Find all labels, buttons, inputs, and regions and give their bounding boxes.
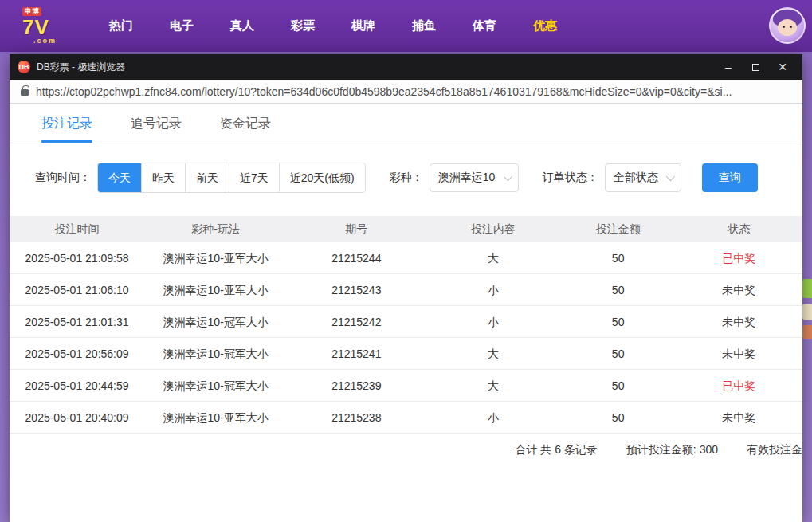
top-navigation: 申博 7V .com 热门 电子 真人 彩票 棋牌 捕鱼 体育 优惠 [0,0,812,52]
nav-item-promo[interactable]: 优惠 [520,10,570,41]
cell-content: 小 [426,402,560,433]
window-title: DB彩票 - 极速浏览器 [37,61,715,74]
status-badge: 已中奖 [676,242,802,273]
table-header-row: 投注时间 彩种-玩法 期号 投注内容 投注金额 状态 [10,216,802,242]
cell-issue: 21215241 [287,338,426,369]
summary-valid-amount: 有效投注金 [747,443,802,457]
status-badge: 未中奖 [676,402,802,433]
cell-game: 澳洲幸运10-冠军大小 [144,370,287,401]
cell-amount: 50 [561,402,676,433]
status-filter-label: 订单状态： [543,171,598,185]
cell-issue: 21215238 [287,402,426,433]
avatar[interactable] [769,7,806,44]
column-header-status: 状态 [676,216,802,242]
filter-bar: 查询时间： 今天 昨天 前天 近7天 近20天(低频) 彩种： 澳洲幸运10 订… [35,163,802,193]
avatar-eye [790,26,792,28]
cell-time: 2025-05-01 21:06:10 [10,274,144,305]
cell-amount: 50 [561,242,676,273]
status-badge: 未中奖 [676,274,802,305]
lottery-select-value: 澳洲幸运10 [438,171,504,185]
cell-content: 大 [426,338,560,369]
nav-item-live[interactable]: 真人 [218,10,267,41]
background-page-fragment [802,279,812,345]
tab-bet-records[interactable]: 投注记录 [41,116,92,143]
column-header-time: 投注时间 [10,216,144,242]
address-bar[interactable]: https://ctop02pchwp1.zfnc84.com/lottery/… [10,80,802,104]
cell-amount: 50 [561,338,676,369]
table-row: 2025-05-01 20:40:09 澳洲幸运10-亚军大小 21215238… [10,402,802,434]
cell-content: 大 [426,242,560,273]
summary-expected-amount: 预计投注金额: 300 [626,443,718,457]
site-logo[interactable]: 申博 7V .com [22,7,73,45]
maximize-icon [752,64,759,71]
browser-window: DB DB彩票 - 极速浏览器 – ✕ https://ctop02pchwp1… [10,54,802,522]
cell-time: 2025-05-01 20:40:09 [10,402,144,433]
status-badge: 未中奖 [676,338,802,369]
avatar-eye [783,26,785,28]
site-logo-domain: .com [33,37,73,45]
status-select-value: 全部状态 [614,171,666,185]
nav-item-slots[interactable]: 电子 [157,10,206,41]
cell-time: 2025-05-01 20:44:59 [10,370,144,401]
status-select[interactable]: 全部状态 [605,163,681,192]
chevron-down-icon [503,172,512,181]
column-header-amount: 投注金额 [561,216,676,242]
cell-content: 小 [426,274,560,305]
lottery-filter-label: 彩种： [390,171,423,185]
window-titlebar[interactable]: DB DB彩票 - 极速浏览器 – ✕ [10,54,802,80]
cell-issue: 21215244 [287,242,426,273]
close-button[interactable]: ✕ [769,56,796,78]
cell-game: 澳洲幸运10-亚军大小 [144,242,287,273]
nav-item-hot[interactable]: 热门 [96,10,146,41]
site-logo-text: 7V [22,17,73,37]
cell-amount: 50 [561,370,676,401]
column-header-content: 投注内容 [426,216,560,242]
time-option-20days[interactable]: 近20天(低频) [279,163,365,192]
cell-issue: 21215239 [287,370,426,401]
table-row: 2025-05-01 20:56:09 澳洲幸运10-冠军大小 21215241… [10,338,802,370]
nav-item-lottery[interactable]: 彩票 [278,10,328,41]
table-row: 2025-05-01 21:06:10 澳洲幸运10-亚军大小 21215243… [10,274,802,306]
time-option-today[interactable]: 今天 [98,163,141,192]
time-option-7days[interactable]: 近7天 [229,163,279,192]
cell-time: 2025-05-01 20:56:09 [10,338,144,369]
tab-chase-records[interactable]: 追号记录 [131,116,182,143]
column-header-issue: 期号 [287,216,426,242]
time-range-group: 今天 昨天 前天 近7天 近20天(低频) [97,163,366,193]
time-option-yesterday[interactable]: 昨天 [141,163,185,192]
summary-total: 合计 共 6 条记录 [515,443,597,457]
page-content: 投注记录 追号记录 资金记录 查询时间： 今天 昨天 前天 近7天 近20天(低… [10,104,802,522]
lottery-select[interactable]: 澳洲幸运10 [430,163,519,192]
avatar-face [778,19,797,36]
maximize-button[interactable] [742,56,769,78]
cell-game: 澳洲幸运10-亚军大小 [144,274,287,305]
status-badge: 未中奖 [676,306,802,337]
table-summary: 合计 共 6 条记录 预计投注金额: 300 有效投注金 [10,434,802,467]
table-row: 2025-05-01 21:09:58 澳洲幸运10-亚军大小 21215244… [10,242,802,274]
status-badge: 已中奖 [676,370,802,401]
tab-fund-records[interactable]: 资金记录 [220,116,271,143]
cell-content: 大 [426,370,560,401]
url-text[interactable]: https://ctop02pchwp1.zfnc84.com/lottery/… [36,85,732,98]
lock-icon [21,89,29,96]
table-row: 2025-05-01 20:44:59 澳洲幸运10-冠军大小 21215239… [10,370,802,402]
cell-amount: 50 [561,274,676,305]
browser-logo-icon: DB [18,61,30,73]
search-button[interactable]: 查询 [702,163,758,192]
minimize-button[interactable]: – [715,56,742,78]
cell-time: 2025-05-01 21:01:31 [10,306,144,337]
column-header-game: 彩种-玩法 [144,216,287,242]
table-row: 2025-05-01 21:01:31 澳洲幸运10-冠军大小 21215242… [10,306,802,338]
nav-item-sports[interactable]: 体育 [460,10,509,41]
main-menu: 热门 电子 真人 彩票 棋牌 捕鱼 体育 优惠 [91,10,575,41]
cell-game: 澳洲幸运10-冠军大小 [144,306,287,337]
cell-issue: 21215243 [287,274,426,305]
time-option-day-before[interactable]: 前天 [185,163,229,192]
cell-game: 澳洲幸运10-亚军大小 [144,402,287,433]
bet-records-table: 投注时间 彩种-玩法 期号 投注内容 投注金额 状态 2025-05-01 21… [10,216,802,467]
tab-bar: 投注记录 追号记录 资金记录 [10,104,802,143]
cell-amount: 50 [561,306,676,337]
nav-item-fishing[interactable]: 捕鱼 [399,10,449,41]
nav-item-board[interactable]: 棋牌 [339,10,388,41]
cell-content: 小 [426,306,560,337]
